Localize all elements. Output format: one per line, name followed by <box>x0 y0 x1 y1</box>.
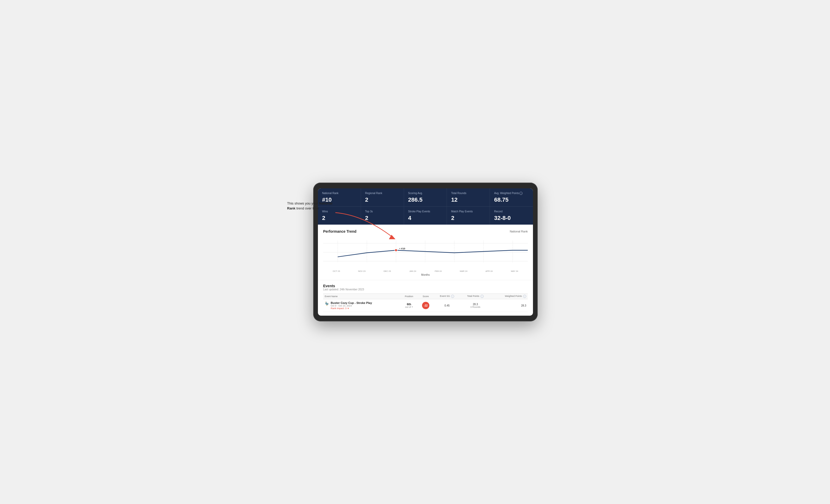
event-position: 6th out of 7 <box>400 299 418 312</box>
stat-avg-weighted-points: Avg. Weighted Pointsi 68.75 <box>490 188 533 206</box>
annotation-text: This shows you your National Rank trend … <box>287 201 337 211</box>
chart-x-axis-title: Months <box>323 273 528 276</box>
chart-x-label-oct23: OCT 23 <box>324 270 349 272</box>
stat-regional-rank: Regional Rank 2 <box>361 188 404 206</box>
events-table: Event Name Position Score Event SG i Tot… <box>323 294 528 312</box>
rank-impact-arrow: ▼ <box>347 307 349 310</box>
chart-area: • #10 <box>323 237 528 268</box>
tablet-frame: National Rank #10 Regional Rank 2 Scorin… <box>313 182 538 322</box>
info-icon-tp: i <box>480 295 484 298</box>
chart-x-label-mar24: MAR 24 <box>451 270 477 272</box>
svg-text:• #10: • #10 <box>400 247 405 250</box>
stat-top3s: Top 3s 2 <box>361 207 404 225</box>
event-score: -22 <box>418 299 434 312</box>
stats-row-2: Wins 2 Top 3s 2 Stroke Play Events 4 Mat… <box>318 206 533 225</box>
info-icon-wp: i <box>523 295 526 298</box>
chart-title: Performance Trend <box>323 229 356 233</box>
col-total-points: Total Points i <box>460 294 490 299</box>
chart-legend: National Rank <box>510 230 528 233</box>
chart-x-label-jan24: JAN 24 <box>400 270 426 272</box>
weighted-points: 28.3 <box>490 299 528 312</box>
total-points: 28.3 3 Rounds <box>460 299 490 312</box>
stat-total-rounds: Total Rounds 12 <box>447 188 490 206</box>
col-event-name: Event Name <box>323 294 400 299</box>
col-score: Score <box>418 294 434 299</box>
event-name: Buster Cozy Cup - Stroke Play <box>331 301 372 304</box>
chart-x-label-feb24: FEB 24 <box>425 270 451 272</box>
svg-point-11 <box>395 249 397 251</box>
chart-svg: • #10 <box>323 237 528 268</box>
chart-x-label-apr24: APR 24 <box>476 270 502 272</box>
score-badge: -22 <box>422 302 429 309</box>
info-icon: i <box>519 192 522 195</box>
event-name-cell: 🦤 Buster Cozy Cup - Stroke Play Oct 9 - … <box>323 299 400 312</box>
chart-x-label-dec23: DEC 23 <box>375 270 400 272</box>
events-subtitle: Last updated: 24th November 2023 <box>323 288 528 291</box>
event-sg: 0.45 <box>434 299 460 312</box>
events-section: Events Last updated: 24th November 2023 … <box>318 280 533 316</box>
stat-scoring-avg: Scoring Avg. 286.5 <box>404 188 447 206</box>
chart-section: Performance Trend National Rank <box>318 225 533 280</box>
stat-match-play-events: Match Play Events 2 <box>447 207 490 225</box>
stat-record: Record 32-8-0 <box>490 207 533 225</box>
col-weighted-points: Weighted Points i <box>490 294 528 299</box>
stat-stroke-play-events: Stroke Play Events 4 <box>404 207 447 225</box>
table-row: 🦤 Buster Cozy Cup - Stroke Play Oct 9 - … <box>323 299 528 312</box>
chart-x-label-nov23: NOV 23 <box>349 270 375 272</box>
info-icon-sg: i <box>451 295 454 298</box>
table-header-row: Event Name Position Score Event SG i Tot… <box>323 294 528 299</box>
chart-x-labels: OCT 23 NOV 23 DEC 23 JAN 24 FEB 24 MAR 2… <box>323 270 528 272</box>
events-title: Events <box>323 284 528 288</box>
stats-row-1: National Rank #10 Regional Rank 2 Scorin… <box>318 188 533 206</box>
event-icon: 🦤 <box>325 302 329 306</box>
chart-x-label-may24: MAY 24 <box>502 270 528 272</box>
chart-header: Performance Trend National Rank <box>323 229 528 233</box>
col-event-sg: Event SG i <box>434 294 460 299</box>
rank-impact: Rank Impact: 3 ▼ <box>331 307 372 310</box>
col-position: Position <box>400 294 418 299</box>
event-date: Oct 9 - Oct 10, 2023 <box>331 304 372 307</box>
tablet-screen: National Rank #10 Regional Rank 2 Scorin… <box>318 188 533 316</box>
